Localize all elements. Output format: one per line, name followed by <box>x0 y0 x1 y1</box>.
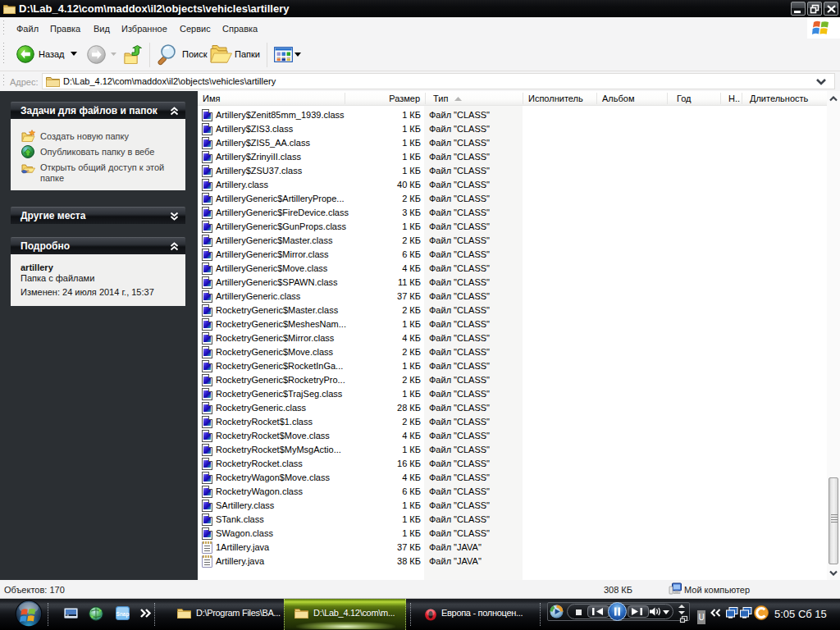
svg-text:Snap: Snap <box>116 611 130 618</box>
